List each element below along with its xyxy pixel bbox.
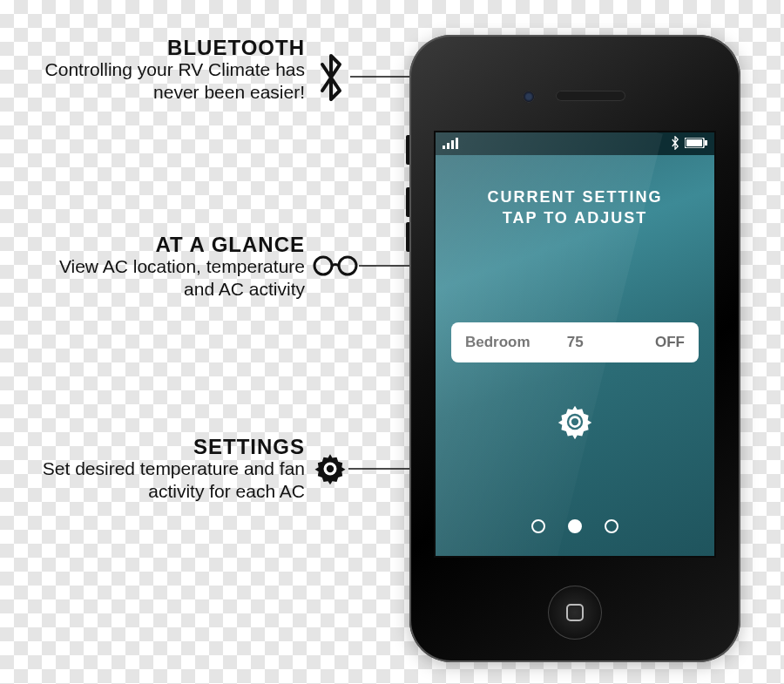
callout-bluetooth-body: Controlling your RV Climate has never be…	[35, 58, 305, 105]
app-heading-line2: TAP TO ADJUST	[436, 207, 714, 228]
ac-row[interactable]: Bedroom 75 OFF	[451, 322, 699, 362]
signal-icon	[443, 137, 462, 152]
gear-icon	[313, 451, 348, 490]
home-button[interactable]	[548, 586, 602, 640]
front-camera	[523, 91, 535, 103]
app-heading-line1: CURRENT SETTING	[436, 186, 714, 207]
callout-glance: AT A GLANCE View AC location, temperatur…	[35, 234, 305, 301]
callout-glance-body: View AC location, temperature and AC act…	[35, 255, 305, 301]
callout-glance-title: AT A GLANCE	[35, 234, 305, 255]
pager-dot-2[interactable]	[605, 519, 618, 533]
phone-screen: CURRENT SETTING TAP TO ADJUST Bedroom 75…	[434, 131, 716, 558]
callout-settings-title: SETTINGS	[0, 436, 305, 457]
pager-dots	[436, 519, 714, 533]
pager-dot-0[interactable]	[531, 519, 545, 533]
svg-rect-9	[686, 139, 702, 146]
pager-dot-1[interactable]	[568, 519, 582, 533]
bluetooth-status-icon	[671, 136, 679, 152]
status-bar	[436, 132, 714, 155]
svg-rect-4	[443, 146, 445, 149]
ac-location: Bedroom	[465, 334, 531, 351]
phone-frame: CURRENT SETTING TAP TO ADJUST Bedroom 75…	[409, 35, 740, 662]
svg-point-3	[327, 465, 334, 472]
ac-activity: OFF	[655, 334, 685, 351]
callout-bluetooth-title: BLUETOOTH	[35, 37, 305, 58]
svg-rect-10	[705, 140, 707, 146]
svg-point-1	[339, 257, 356, 274]
battery-icon	[685, 138, 707, 151]
ear-speaker	[556, 91, 625, 101]
svg-point-0	[314, 257, 332, 274]
callout-bluetooth: BLUETOOTH Controlling your RV Climate ha…	[35, 37, 305, 105]
svg-rect-5	[447, 143, 449, 149]
svg-rect-6	[451, 140, 454, 149]
glasses-icon	[313, 253, 358, 282]
ac-temperature: 75	[531, 334, 655, 351]
app-heading: CURRENT SETTING TAP TO ADJUST	[436, 186, 714, 229]
svg-rect-7	[456, 138, 458, 149]
settings-gear-button[interactable]	[556, 403, 594, 444]
bluetooth-icon	[314, 51, 348, 108]
callout-settings-body: Set desired temperature and fan activity…	[0, 457, 305, 504]
callout-settings: SETTINGS Set desired temperature and fan…	[0, 436, 305, 504]
